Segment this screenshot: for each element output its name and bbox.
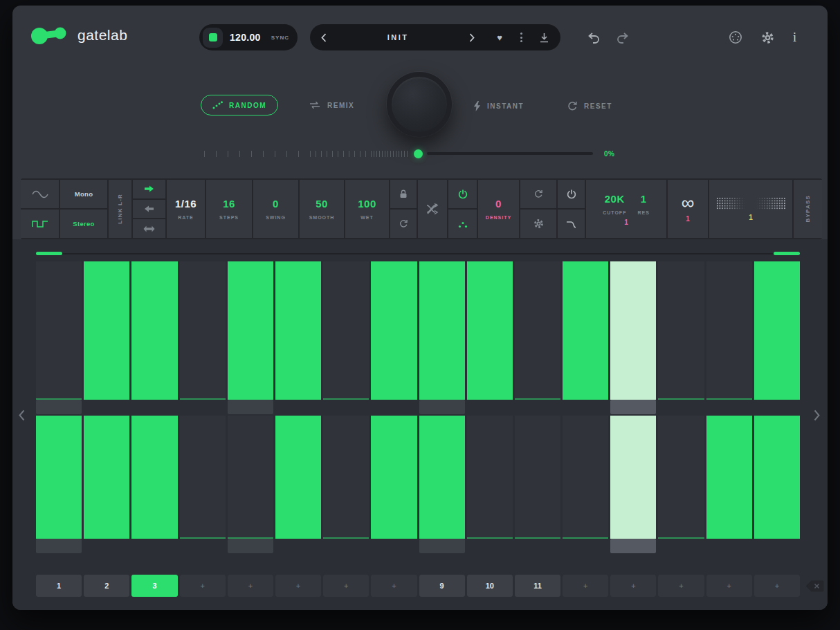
step-left-14[interactable] bbox=[658, 261, 704, 400]
preset-prev-button[interactable] bbox=[321, 33, 327, 42]
pattern-slot-2[interactable]: 2 bbox=[84, 575, 129, 597]
bypass-button[interactable]: BYPASS bbox=[794, 180, 822, 238]
reset-button[interactable]: RESET bbox=[567, 101, 612, 111]
gate-bar[interactable] bbox=[754, 261, 800, 400]
step-left-11[interactable] bbox=[515, 261, 560, 400]
square-wave-button[interactable] bbox=[21, 208, 59, 238]
rate-cell[interactable]: 1/16 RATE bbox=[167, 180, 205, 238]
settings-gear-icon[interactable] bbox=[761, 31, 774, 44]
step-left-8[interactable] bbox=[371, 261, 417, 400]
redo-icon[interactable] bbox=[617, 33, 630, 44]
step-left-6[interactable] bbox=[275, 261, 321, 400]
pattern-delete-backspace-icon[interactable] bbox=[805, 580, 824, 592]
lock-button[interactable] bbox=[390, 180, 417, 208]
filter-cell[interactable]: 20K CUTOFF 1 RES 1 bbox=[586, 180, 666, 238]
gate-bar[interactable] bbox=[131, 261, 177, 400]
gate-bar[interactable] bbox=[419, 261, 465, 400]
texture-cell[interactable]: 1 bbox=[709, 180, 792, 238]
step-right-15[interactable] bbox=[706, 416, 752, 539]
step-left-4[interactable] bbox=[180, 261, 226, 400]
gate-bar[interactable] bbox=[563, 261, 608, 400]
gate-bar[interactable] bbox=[706, 416, 752, 539]
gate-bar[interactable] bbox=[131, 416, 177, 539]
steps-cell[interactable]: 16 STEPS bbox=[206, 180, 252, 238]
scroll-right-chevron[interactable] bbox=[814, 409, 820, 421]
gear-button[interactable] bbox=[520, 208, 556, 238]
pattern-slot-9[interactable]: 9 bbox=[419, 575, 465, 597]
slider-track[interactable] bbox=[427, 152, 593, 155]
step-right-12[interactable] bbox=[563, 416, 608, 539]
pattern-slot-7[interactable]: + bbox=[323, 575, 369, 597]
step-right-13[interactable] bbox=[610, 416, 656, 539]
regen-cycle-button[interactable] bbox=[520, 180, 556, 208]
swing-cell[interactable]: 0 SWING bbox=[253, 180, 298, 238]
remix-button[interactable]: REMIX bbox=[309, 101, 354, 109]
gate-bar[interactable] bbox=[84, 416, 129, 539]
gate-bar[interactable] bbox=[228, 261, 273, 400]
step-left-9[interactable] bbox=[419, 261, 465, 400]
pattern-slot-11[interactable]: 11 bbox=[515, 575, 560, 597]
gate-bar[interactable] bbox=[610, 416, 656, 539]
step-right-14[interactable] bbox=[658, 416, 704, 539]
step-left-15[interactable] bbox=[706, 261, 752, 400]
pattern-slot-15[interactable]: + bbox=[706, 575, 752, 597]
sync-toggle[interactable]: SYNC bbox=[271, 35, 289, 41]
gate-bar[interactable] bbox=[610, 261, 656, 400]
gate-bar[interactable] bbox=[419, 416, 465, 539]
pattern-slot-16[interactable]: + bbox=[754, 575, 800, 597]
preset-next-button[interactable] bbox=[469, 33, 475, 42]
link-lr-button[interactable]: LINK L-R bbox=[109, 180, 131, 238]
favorite-heart-icon[interactable]: ♥ bbox=[497, 33, 502, 42]
gate-bar[interactable] bbox=[467, 261, 513, 400]
gradient-fade-right-icon[interactable] bbox=[716, 197, 748, 210]
step-left-5[interactable] bbox=[228, 261, 273, 400]
smooth-cell[interactable]: 50 SMOOTH bbox=[300, 180, 344, 238]
filter-power-button[interactable] bbox=[558, 180, 585, 208]
gate-bar[interactable] bbox=[371, 416, 417, 539]
step-left-7[interactable] bbox=[323, 261, 369, 400]
step-left-16[interactable] bbox=[754, 261, 800, 400]
step-left-3[interactable] bbox=[131, 261, 177, 400]
step-right-11[interactable] bbox=[515, 416, 560, 539]
pattern-slot-8[interactable]: + bbox=[371, 575, 417, 597]
scroll-left-chevron[interactable] bbox=[19, 409, 25, 421]
preset-save-download-icon[interactable] bbox=[539, 33, 549, 43]
randomize-knob[interactable] bbox=[387, 72, 452, 137]
pattern-slot-12[interactable]: + bbox=[563, 575, 608, 597]
mono-button[interactable]: Mono bbox=[60, 180, 107, 208]
pattern-slot-6[interactable]: + bbox=[275, 575, 321, 597]
filter-curve-button[interactable] bbox=[558, 208, 585, 238]
gradient-fade-left-icon[interactable] bbox=[754, 197, 785, 210]
step-right-8[interactable] bbox=[371, 416, 417, 539]
direction-pingpong-button[interactable] bbox=[133, 218, 165, 238]
step-right-3[interactable] bbox=[131, 416, 177, 539]
step-left-13[interactable] bbox=[610, 261, 656, 400]
step-left-12[interactable] bbox=[563, 261, 608, 400]
loop-range-handle-right[interactable] bbox=[774, 252, 800, 255]
step-right-9[interactable] bbox=[419, 416, 465, 539]
slider-thumb[interactable] bbox=[414, 149, 423, 158]
gate-bar[interactable] bbox=[84, 261, 129, 400]
density-power-button[interactable] bbox=[448, 180, 477, 208]
step-right-1[interactable] bbox=[36, 416, 82, 539]
density-dots-button[interactable] bbox=[448, 208, 477, 238]
pattern-slot-4[interactable]: + bbox=[180, 575, 226, 597]
step-right-2[interactable] bbox=[84, 416, 129, 539]
gate-bar[interactable] bbox=[275, 261, 321, 400]
infinity-cell[interactable]: ∞ 1 bbox=[668, 180, 708, 238]
wet-cell[interactable]: 100 WET bbox=[345, 180, 389, 238]
bpm-value[interactable]: 120.00 bbox=[230, 32, 261, 43]
density-cell[interactable]: 0 DENSITY bbox=[478, 180, 519, 238]
stop-button[interactable] bbox=[203, 28, 223, 48]
step-left-1[interactable] bbox=[36, 261, 82, 400]
stereo-button[interactable]: Stereo bbox=[60, 208, 107, 238]
step-left-2[interactable] bbox=[84, 261, 129, 400]
step-right-5[interactable] bbox=[228, 416, 273, 539]
step-right-7[interactable] bbox=[323, 416, 369, 539]
preset-name[interactable]: INIT bbox=[327, 33, 469, 41]
gate-bar[interactable] bbox=[275, 416, 321, 539]
step-right-10[interactable] bbox=[467, 416, 513, 539]
gate-bar[interactable] bbox=[754, 416, 800, 539]
cycle-button[interactable] bbox=[390, 208, 417, 238]
step-right-6[interactable] bbox=[275, 416, 321, 539]
